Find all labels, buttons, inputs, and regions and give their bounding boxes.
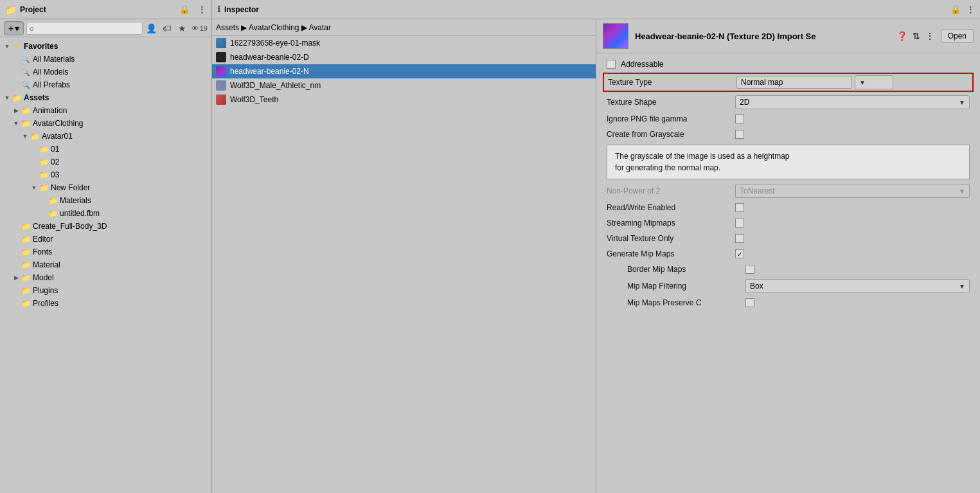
tree-item-profiles[interactable]: 📁 Profiles [0, 297, 211, 310]
texture-thumbnail [603, 23, 628, 49]
inspector-header: Headwear-beanie-02-N (Texture 2D) Import… [596, 19, 980, 53]
file-item-eye-mask[interactable]: 1622793658-eye-01-mask [212, 36, 596, 50]
mip-map-filtering-value: Box [750, 282, 763, 291]
animation-label: Animation [33, 106, 67, 115]
tree-item-animation[interactable]: ▶ 📁 Animation [0, 104, 211, 117]
tree-item-plugins[interactable]: 📁 Plugins [0, 284, 211, 297]
create-grayscale-row: Create from Grayscale [596, 127, 980, 142]
texture-shape-dropdown[interactable]: 2D ▼ [735, 95, 970, 109]
tree-item-fonts[interactable]: 📁 Fonts [0, 246, 211, 258]
03-label: 03 [51, 170, 59, 179]
project-more-icon[interactable]: ⋮ [197, 4, 206, 15]
file-item-beanie-n[interactable]: headwear-beanie-02-N [212, 64, 596, 78]
add-button[interactable]: + ▾ [4, 21, 24, 35]
tree-item-avatarclothing[interactable]: ▼ 📁 AvatarClothing [0, 117, 211, 130]
tree-item-new-folder[interactable]: ▼ 📁 New Folder [0, 181, 211, 194]
inspector-title-left: ℹ Inspector [217, 4, 259, 14]
inspector-title-right: 🔒 ⋮ [950, 4, 975, 15]
star-icon[interactable]: ★ [176, 22, 189, 35]
inspector-header-more-icon[interactable]: ⋮ [925, 31, 934, 41]
material-folder-icon: 📁 [21, 260, 31, 270]
all-materials-label: All Materials [33, 55, 75, 64]
tree-sidebar: + ▾ 👤 🏷 ★ 👁 19 ▼ ★ Favorites 🔍 Al [0, 19, 212, 493]
all-models-label: All Models [33, 67, 68, 76]
tree-item-all-materials[interactable]: 🔍 All Materials [0, 53, 211, 66]
animation-folder-icon: 📁 [21, 105, 31, 116]
add-label: + [8, 23, 13, 33]
assets-arrow: ▼ [3, 94, 12, 101]
project-title-label: Project [20, 5, 46, 14]
avatar01-label: Avatar01 [42, 132, 73, 141]
file-panel: Assets ▶ AvatarClothing ▶ Avatar 1622793… [212, 19, 596, 493]
plugins-folder-icon: 📁 [21, 285, 31, 296]
tree-item-02[interactable]: 📁 02 [0, 156, 211, 168]
file-thumb-beanie-d [216, 52, 226, 62]
tree-item-03[interactable]: 📁 03 [0, 168, 211, 181]
read-write-checkbox[interactable] [735, 203, 744, 212]
mip-maps-preserve-label: Mip Maps Preserve C [617, 298, 745, 307]
file-item-wolf-teeth[interactable]: Wolf3D_Teeth [212, 93, 596, 107]
tooltip-text: The grayscale of the image is used as a … [615, 152, 790, 172]
inspector-lock-icon[interactable]: 🔒 [950, 4, 961, 14]
tree-item-untitled-fbm[interactable]: 📁 untitled.fbm [0, 207, 211, 220]
avatarclothing-arrow: ▼ [12, 120, 21, 127]
file-name-wolf-teeth: Wolf3D_Teeth [230, 95, 278, 104]
untitled-fbm-folder-icon: 📁 [48, 208, 58, 219]
addressable-label: Addressable [621, 60, 664, 69]
project-lock-icon[interactable]: 🔒 [179, 4, 190, 14]
texture-type-dropdown[interactable]: ▼ [855, 75, 893, 89]
materials-folder-icon: 📁 [48, 195, 58, 206]
file-name-beanie-d: headwear-beanie-02-D [230, 53, 309, 62]
virtual-texture-checkbox[interactable] [735, 234, 744, 243]
avatar01-arrow: ▼ [21, 133, 30, 139]
create-grayscale-checkbox[interactable] [735, 130, 744, 139]
generate-mip-maps-checkbox[interactable] [735, 249, 744, 258]
file-thumb-beanie-n [216, 66, 226, 76]
tree-item-assets[interactable]: ▼ 📁 Assets [0, 91, 211, 104]
non-power-dropdown[interactable]: ToNearest ▼ [735, 184, 970, 198]
animation-arrow: ▶ [12, 107, 21, 114]
mip-maps-preserve-checkbox[interactable] [745, 298, 754, 307]
ignore-png-checkbox[interactable] [735, 114, 744, 123]
layout-icon[interactable]: ⇅ [913, 31, 920, 41]
tree-item-all-prefabs[interactable]: 🔍 All Prefabs [0, 78, 211, 91]
border-mip-maps-checkbox[interactable] [745, 265, 754, 274]
streaming-mipmaps-checkbox[interactable] [735, 219, 744, 228]
tree-item-favorites[interactable]: ▼ ★ Favorites [0, 40, 211, 53]
model-arrow: ▶ [12, 274, 21, 281]
file-name-wolf-nm: Wolf3D_Male_Athletic_nm [230, 81, 321, 90]
tree-item-create-full-body[interactable]: 📁 Create_Full-Body_3D [0, 220, 211, 233]
add-arrow: ▾ [15, 23, 19, 33]
inspector-panel-title: ℹ Inspector 🔒 ⋮ [212, 0, 980, 19]
tree-item-editor[interactable]: 📁 Editor [0, 233, 211, 246]
inspector-more-icon[interactable]: ⋮ [966, 4, 975, 15]
top-bar: 📁 Project 🔒 ⋮ ℹ Inspector 🔒 ⋮ [0, 0, 980, 19]
tree-item-material[interactable]: 📁 Material [0, 258, 211, 271]
tree-item-materials[interactable]: 📁 Materials [0, 194, 211, 207]
inspector-body: Addressable Texture Type Normal map ▼ Te… [596, 53, 980, 493]
inspector-panel: Headwear-beanie-02-N (Texture 2D) Import… [596, 19, 980, 493]
help-icon[interactable]: ❓ [896, 31, 907, 41]
texture-shape-value: 2D [740, 98, 749, 107]
addressable-checkbox[interactable] [607, 60, 616, 69]
file-item-beanie-d[interactable]: headwear-beanie-02-D [212, 50, 596, 64]
person-icon[interactable]: 👤 [145, 22, 158, 35]
mip-map-filtering-dropdown[interactable]: Box ▼ [745, 279, 970, 293]
file-item-wolf-nm[interactable]: Wolf3D_Male_Athletic_nm [212, 78, 596, 93]
tree-item-avatar01[interactable]: ▼ 📁 Avatar01 [0, 130, 211, 143]
materials-label: Materials [60, 196, 91, 205]
tree-item-01[interactable]: 📁 01 [0, 143, 211, 156]
tag-icon[interactable]: 🏷 [161, 22, 174, 35]
02-label: 02 [51, 157, 59, 166]
inspector-header-icons: ❓ ⇅ ⋮ [896, 31, 934, 41]
non-power-label: Non-Power of 2 [607, 186, 735, 195]
tree-item-all-models[interactable]: 🔍 All Models [0, 66, 211, 78]
profiles-folder-icon: 📁 [21, 298, 31, 309]
tree-item-model[interactable]: ▶ 📁 Model [0, 271, 211, 284]
editor-folder-icon: 📁 [21, 234, 31, 244]
search-input[interactable] [26, 22, 143, 35]
texture-type-row: Texture Type Normal map ▼ [603, 73, 974, 92]
open-button[interactable]: Open [941, 29, 974, 43]
avatar01-folder-icon: 📁 [30, 131, 40, 141]
virtual-texture-row: Virtual Texture Only [596, 231, 980, 246]
